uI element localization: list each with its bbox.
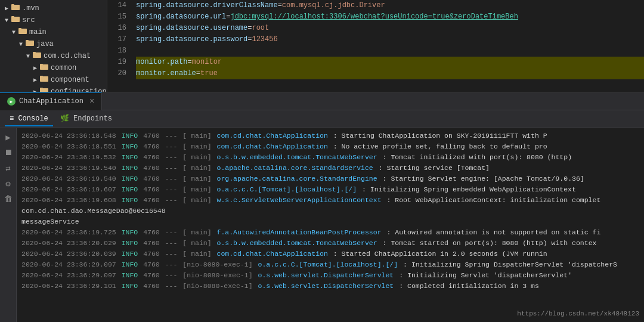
tab-endpoints[interactable]: 🌿 Endpoints [55,112,117,126]
log-time: 2020-06-24 23:36:29.097 [21,270,116,281]
log-sep: --- [165,131,178,141]
log-sep: --- [165,195,178,206]
tree-item-component[interactable]: ▶component [0,74,107,86]
log-level: INFO [122,227,138,238]
settings-button[interactable]: ⚙ [2,177,15,190]
folder-icon [18,27,27,38]
log-msg: : Started ChatApplication in 2.0 seconds… [333,249,547,259]
stop-button[interactable]: ⏹ [2,146,15,159]
folder-icon [11,15,20,26]
run-tab[interactable]: ▶ ChatApplication × [0,92,102,110]
log-pid: 4760 [143,184,160,195]
log-time: 2020-06-24 23:36:19.532 [21,152,116,163]
folder-icon [25,39,35,49]
log-pid: 4760 [143,152,160,163]
log-line: 2020-06-24 23:36:19.608 INFO 4760 --- [ … [21,195,639,206]
log-line: 2020-06-24 23:36:19.540 INFO 4760 --- [ … [21,163,639,174]
log-time: 2020-06-24 23:36:19.540 [21,174,116,184]
tree-arrow: ▶ [31,88,39,92]
run-tab-close[interactable]: × [89,97,94,106]
log-class: o.a.c.c.C.[Tomcat].[localhost].[/] [217,184,357,195]
tree-label: java [36,40,54,48]
log-line: 2020-06-24 23:36:19.532 INFO 4760 --- [ … [21,152,639,163]
log-msg: : Initializing Servlet 'dispatcherServle… [399,270,572,281]
log-msg: : Initializing Spring DispatcherServlet … [403,259,617,270]
console-icon: ≡ [10,114,18,123]
log-time: 2020-06-24 23:36:29.097 [21,259,116,270]
code-line-17: spring.datasource.password=123456 [136,34,644,45]
tree-item-src[interactable]: ▼src [0,14,107,26]
log-time: 2020-06-24 23:36:18.551 [21,141,116,152]
log-level: INFO [122,141,138,152]
tree-item-main[interactable]: ▼main [0,26,107,38]
top-panel: ▶.mvn▼src▼main▼java▼com.cd.chat▶common▶c… [0,0,644,92]
tree-item-common[interactable]: ▶common [0,62,107,74]
log-pid: 4760 [143,131,160,141]
log-level: INFO [122,259,138,270]
tab-console[interactable]: ≡ Console [5,112,53,126]
svg-rect-20 [40,76,43,78]
tree-item-com-cd-chat[interactable]: ▼com.cd.chat [0,50,107,62]
log-class: o.s.web.servlet.DispatcherServlet [258,281,394,292]
code-line-19: monitor.path=monitor [136,57,644,68]
tree-item--mvn[interactable]: ▶.mvn [0,2,107,14]
log-msg: : No active profile set, falling back to… [333,141,547,152]
console-label: Console [18,114,48,123]
line-number-20: 20 [107,68,126,79]
log-msg: : Starting ChatApplication on SKY-201911… [333,131,547,141]
folder-icon [11,3,20,14]
line-number-16: 16 [107,23,126,34]
tree-item-configuration[interactable]: ▶configuration [0,86,107,92]
clear-button[interactable]: 🗑 [2,193,15,206]
console-toolbar: ≡ Console 🌿 Endpoints [0,110,644,128]
log-class: o.s.web.servlet.DispatcherServlet [258,270,394,281]
tree-arrow: ▼ [17,41,25,48]
log-time: 2020-06-24 23:36:29.101 [21,281,116,292]
rerun-failed-button[interactable]: ⇄ [2,162,15,175]
log-level: INFO [122,163,138,174]
watermark: https://blog.csdn.net/xk4848123 [517,310,639,317]
log-thread: [ main] [182,131,211,141]
run-icon: ▶ [7,97,16,106]
log-time: 2020-06-24 23:36:19.725 [21,227,116,238]
log-sep: --- [165,227,178,238]
tree-label: common [51,64,76,72]
folder-icon [32,51,42,61]
log-pid: 4760 [143,270,160,281]
rerun-button[interactable]: ▶ [2,131,15,144]
log-class: w.s.c.ServletWebServerApplicationContext [217,195,382,206]
log-pid: 4760 [143,163,160,174]
tree-arrow: ▼ [10,29,18,36]
tree-label: configuration [51,88,107,92]
svg-rect-5 [11,16,14,18]
log-thread: [ main] [182,227,211,238]
code-line-18 [136,45,644,57]
log-sep: --- [165,174,178,184]
console-output: 2020-06-24 23:36:18.548 INFO 4760 --- [ … [17,128,644,322]
tree-arrow: ▶ [31,76,39,83]
log-sep: --- [165,270,178,281]
log-thread: [nio-8080-exec-1] [182,281,252,292]
log-sep: --- [165,184,178,195]
log-thread: [nio-8080-exec-1] [182,259,252,270]
code-editor: 14151617181920 spring.datasource.driverC… [107,0,644,92]
log-class: com.cd.chat.ChatApplication [217,249,328,259]
log-thread: [nio-8080-exec-1] [182,270,252,281]
log-level: INFO [122,249,138,259]
tree-item-java[interactable]: ▼java [0,38,107,50]
tree-arrow: ▼ [2,17,11,24]
log-time: 2020-06-24 23:36:20.039 [21,249,116,259]
log-pid: 4760 [143,174,160,184]
log-pid: 4760 [143,238,160,249]
console-body: ▶ ⏹ ⇄ ⚙ 🗑 2020-06-24 23:36:18.548 INFO 4… [0,128,644,322]
log-line: 2020-06-24 23:36:20.029 INFO 4760 --- [ … [21,238,639,249]
line-number-18: 18 [107,45,126,57]
endpoints-label: Endpoints [73,114,112,123]
log-pid: 4760 [143,259,160,270]
tree-label: src [22,16,35,24]
log-pid: 4760 [143,249,160,259]
file-tree: ▶.mvn▼src▼main▼java▼com.cd.chat▶common▶c… [0,0,107,92]
endpoints-icon: 🌿 [60,114,73,123]
log-level: INFO [122,238,138,249]
line-number-19: 19 [107,57,126,68]
